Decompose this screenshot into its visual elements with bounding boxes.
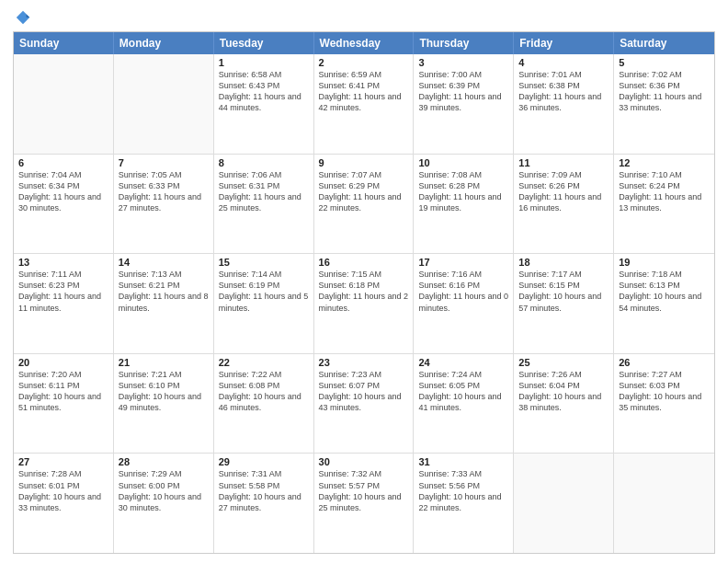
day-of-week-monday: Monday (114, 32, 214, 54)
day-detail: Sunrise: 6:59 AMSunset: 6:41 PMDaylight:… (319, 69, 409, 114)
day-detail: Sunrise: 7:11 AMSunset: 6:23 PMDaylight:… (18, 269, 108, 314)
day-number: 22 (219, 357, 309, 368)
day-cell-16: 16Sunrise: 7:15 AMSunset: 6:18 PMDayligh… (314, 254, 415, 353)
day-number: 12 (619, 157, 710, 168)
day-detail: Sunrise: 7:21 AMSunset: 6:10 PMDaylight:… (119, 369, 209, 414)
day-number: 11 (518, 157, 609, 168)
day-cell-21: 21Sunrise: 7:21 AMSunset: 6:10 PMDayligh… (114, 354, 214, 454)
day-detail: Sunrise: 7:10 AMSunset: 6:24 PMDaylight:… (619, 169, 710, 214)
calendar-week-4: 20Sunrise: 7:20 AMSunset: 6:11 PMDayligh… (14, 353, 714, 454)
day-detail: Sunrise: 7:23 AMSunset: 6:07 PMDaylight:… (319, 369, 409, 414)
day-detail: Sunrise: 7:18 AMSunset: 6:13 PMDaylight:… (619, 269, 710, 314)
day-detail: Sunrise: 7:20 AMSunset: 6:11 PMDaylight:… (18, 369, 108, 414)
day-number: 25 (518, 357, 609, 368)
day-number: 31 (418, 456, 508, 467)
day-of-week-saturday: Saturday (614, 32, 714, 54)
day-of-week-friday: Friday (514, 32, 614, 54)
header (13, 9, 715, 26)
empty-cell (614, 454, 714, 553)
day-number: 13 (18, 257, 108, 268)
day-cell-7: 7Sunrise: 7:05 AMSunset: 6:33 PMDaylight… (114, 155, 214, 254)
day-detail: Sunrise: 7:28 AMSunset: 6:01 PMDaylight:… (18, 468, 108, 513)
day-cell-22: 22Sunrise: 7:22 AMSunset: 6:08 PMDayligh… (214, 354, 314, 454)
day-cell-11: 11Sunrise: 7:09 AMSunset: 6:26 PMDayligh… (514, 155, 614, 254)
day-cell-5: 5Sunrise: 7:02 AMSunset: 6:36 PMDaylight… (614, 54, 714, 154)
day-number: 28 (119, 456, 209, 467)
day-cell-30: 30Sunrise: 7:32 AMSunset: 5:57 PMDayligh… (314, 454, 415, 553)
day-detail: Sunrise: 7:31 AMSunset: 5:58 PMDaylight:… (219, 468, 309, 513)
day-detail: Sunrise: 7:08 AMSunset: 6:28 PMDaylight:… (418, 169, 508, 214)
day-number: 27 (18, 456, 108, 467)
day-detail: Sunrise: 7:05 AMSunset: 6:33 PMDaylight:… (119, 169, 209, 214)
day-of-week-thursday: Thursday (414, 32, 514, 54)
day-cell-9: 9Sunrise: 7:07 AMSunset: 6:29 PMDaylight… (314, 155, 415, 254)
day-cell-6: 6Sunrise: 7:04 AMSunset: 6:34 PMDaylight… (14, 155, 114, 254)
day-detail: Sunrise: 7:33 AMSunset: 5:56 PMDaylight:… (418, 468, 508, 513)
day-number: 16 (319, 257, 409, 268)
day-cell-20: 20Sunrise: 7:20 AMSunset: 6:11 PMDayligh… (14, 354, 114, 454)
day-of-week-sunday: Sunday (14, 32, 114, 54)
day-number: 23 (319, 357, 409, 368)
day-detail: Sunrise: 7:26 AMSunset: 6:04 PMDaylight:… (518, 369, 609, 414)
day-detail: Sunrise: 7:32 AMSunset: 5:57 PMDaylight:… (319, 468, 409, 513)
day-number: 26 (619, 357, 710, 368)
day-cell-2: 2Sunrise: 6:59 AMSunset: 6:41 PMDaylight… (314, 54, 415, 154)
day-cell-1: 1Sunrise: 6:58 AMSunset: 6:43 PMDaylight… (214, 54, 314, 154)
calendar-body: 1Sunrise: 6:58 AMSunset: 6:43 PMDaylight… (14, 54, 714, 553)
day-detail: Sunrise: 7:29 AMSunset: 6:00 PMDaylight:… (119, 468, 209, 513)
day-cell-12: 12Sunrise: 7:10 AMSunset: 6:24 PMDayligh… (614, 155, 714, 254)
day-number: 6 (18, 157, 108, 168)
day-detail: Sunrise: 7:14 AMSunset: 6:19 PMDaylight:… (219, 269, 309, 314)
day-cell-31: 31Sunrise: 7:33 AMSunset: 5:56 PMDayligh… (414, 454, 514, 553)
day-detail: Sunrise: 7:27 AMSunset: 6:03 PMDaylight:… (619, 369, 710, 414)
day-cell-25: 25Sunrise: 7:26 AMSunset: 6:04 PMDayligh… (514, 354, 614, 454)
day-of-week-tuesday: Tuesday (214, 32, 314, 54)
day-number: 17 (418, 257, 508, 268)
empty-cell (114, 54, 214, 154)
day-detail: Sunrise: 7:04 AMSunset: 6:34 PMDaylight:… (18, 169, 108, 214)
day-cell-28: 28Sunrise: 7:29 AMSunset: 6:00 PMDayligh… (114, 454, 214, 553)
empty-cell (514, 454, 614, 553)
day-cell-10: 10Sunrise: 7:08 AMSunset: 6:28 PMDayligh… (414, 155, 514, 254)
day-number: 21 (119, 357, 209, 368)
day-detail: Sunrise: 7:07 AMSunset: 6:29 PMDaylight:… (319, 169, 409, 214)
day-number: 19 (619, 257, 710, 268)
day-number: 5 (619, 57, 710, 68)
day-detail: Sunrise: 7:01 AMSunset: 6:38 PMDaylight:… (518, 69, 609, 114)
calendar-week-3: 13Sunrise: 7:11 AMSunset: 6:23 PMDayligh… (14, 253, 714, 353)
day-number: 29 (219, 456, 309, 467)
calendar-week-2: 6Sunrise: 7:04 AMSunset: 6:34 PMDaylight… (14, 154, 714, 254)
day-number: 3 (418, 57, 508, 68)
day-detail: Sunrise: 7:24 AMSunset: 6:05 PMDaylight:… (418, 369, 508, 414)
day-number: 4 (518, 57, 609, 68)
day-cell-3: 3Sunrise: 7:00 AMSunset: 6:39 PMDaylight… (414, 54, 514, 154)
day-detail: Sunrise: 7:02 AMSunset: 6:36 PMDaylight:… (619, 69, 710, 114)
day-cell-18: 18Sunrise: 7:17 AMSunset: 6:15 PMDayligh… (514, 254, 614, 353)
day-cell-8: 8Sunrise: 7:06 AMSunset: 6:31 PMDaylight… (214, 155, 314, 254)
day-detail: Sunrise: 7:06 AMSunset: 6:31 PMDaylight:… (219, 169, 309, 214)
day-number: 14 (119, 257, 209, 268)
day-cell-17: 17Sunrise: 7:16 AMSunset: 6:16 PMDayligh… (414, 254, 514, 353)
day-cell-26: 26Sunrise: 7:27 AMSunset: 6:03 PMDayligh… (614, 354, 714, 454)
day-number: 20 (18, 357, 108, 368)
day-detail: Sunrise: 7:15 AMSunset: 6:18 PMDaylight:… (319, 269, 409, 314)
day-number: 10 (418, 157, 508, 168)
day-number: 18 (518, 257, 609, 268)
day-cell-14: 14Sunrise: 7:13 AMSunset: 6:21 PMDayligh… (114, 254, 214, 353)
calendar: SundayMondayTuesdayWednesdayThursdayFrid… (13, 31, 715, 554)
day-cell-4: 4Sunrise: 7:01 AMSunset: 6:38 PMDaylight… (514, 54, 614, 154)
day-number: 15 (219, 257, 309, 268)
empty-cell (14, 54, 114, 154)
day-cell-29: 29Sunrise: 7:31 AMSunset: 5:58 PMDayligh… (214, 454, 314, 553)
day-of-week-wednesday: Wednesday (314, 32, 415, 54)
day-detail: Sunrise: 6:58 AMSunset: 6:43 PMDaylight:… (219, 69, 309, 114)
day-number: 30 (319, 456, 409, 467)
day-number: 24 (418, 357, 508, 368)
logo (13, 9, 31, 26)
calendar-week-5: 27Sunrise: 7:28 AMSunset: 6:01 PMDayligh… (14, 453, 714, 553)
day-detail: Sunrise: 7:09 AMSunset: 6:26 PMDaylight:… (518, 169, 609, 214)
day-cell-13: 13Sunrise: 7:11 AMSunset: 6:23 PMDayligh… (14, 254, 114, 353)
day-cell-23: 23Sunrise: 7:23 AMSunset: 6:07 PMDayligh… (314, 354, 415, 454)
calendar-week-1: 1Sunrise: 6:58 AMSunset: 6:43 PMDaylight… (14, 54, 714, 154)
calendar-header: SundayMondayTuesdayWednesdayThursdayFrid… (14, 32, 714, 54)
